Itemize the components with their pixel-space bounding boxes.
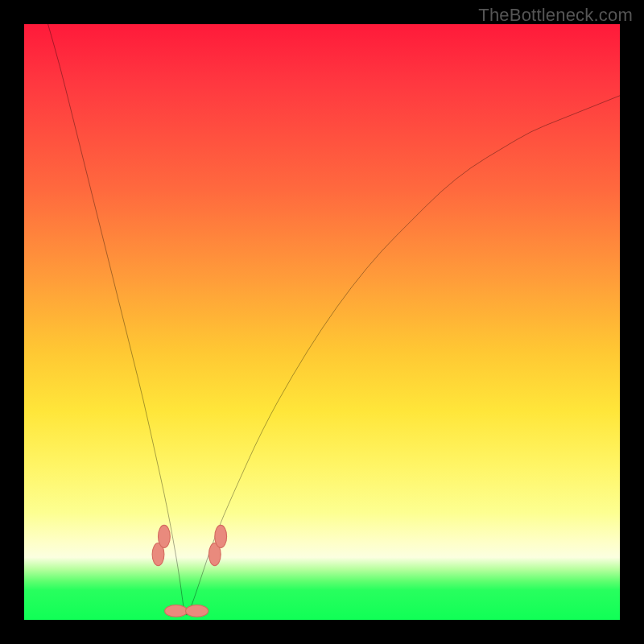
marker-valley-right xyxy=(186,605,208,617)
plot-area xyxy=(24,24,620,620)
marker-valley-left xyxy=(165,605,188,617)
markers-group xyxy=(152,525,227,617)
curve-layer xyxy=(24,24,620,620)
marker-left-rising-pair-upper xyxy=(159,525,171,547)
attribution-label: TheBottleneck.com xyxy=(478,5,633,26)
chart-frame: TheBottleneck.com xyxy=(0,0,644,644)
bottleneck-curve xyxy=(48,24,620,615)
marker-right-rising-pair-upper xyxy=(215,525,227,547)
